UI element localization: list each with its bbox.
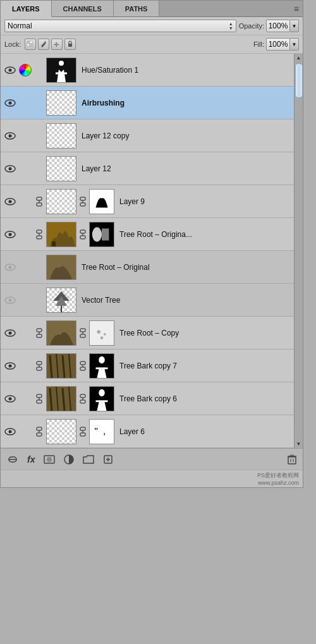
- eye-visibility[interactable]: [3, 263, 17, 272]
- layer-row[interactable]: Tree Root – Copy: [1, 317, 294, 349]
- lock-paint-btn[interactable]: [38, 39, 49, 50]
- eye-visibility[interactable]: [3, 66, 17, 75]
- eye-visibility[interactable]: [3, 361, 17, 370]
- layer-mask-thumbnail: [89, 386, 114, 411]
- layer-row[interactable]: Tree Bark copy 6: [1, 382, 294, 415]
- eye-icon: [4, 296, 16, 305]
- svg-rect-86: [80, 394, 85, 398]
- chain-link-icon: [35, 229, 44, 240]
- svg-rect-31: [37, 236, 42, 239]
- tab-layers[interactable]: LAYERS: [1, 1, 52, 17]
- eye-icon: [4, 230, 16, 239]
- eye-visibility[interactable]: [3, 427, 17, 436]
- layer-row[interactable]: Layer 9: [1, 185, 294, 218]
- lock-row: Lock: ✛: [1, 35, 303, 54]
- transparent-pixels-icon: [27, 40, 34, 48]
- chain-col[interactable]: [33, 360, 45, 372]
- layer-row[interactable]: Airbrushing: [1, 87, 294, 119]
- chain-link-icon: [35, 196, 44, 207]
- layer-row[interactable]: Vector Tree: [1, 284, 294, 317]
- scroll-arrow-down[interactable]: ▼: [295, 440, 303, 448]
- chain-col[interactable]: [33, 327, 45, 339]
- tab-channels[interactable]: CHANNELS: [52, 1, 114, 16]
- fill-arrow[interactable]: ▼: [290, 38, 299, 51]
- blend-arrow-down: ▼: [229, 26, 233, 30]
- svg-rect-25: [80, 203, 85, 206]
- svg-point-16: [9, 134, 12, 137]
- scroll-thumb[interactable]: [295, 63, 303, 98]
- svg-point-39: [92, 227, 102, 241]
- svg-rect-79: [37, 400, 42, 403]
- panel-menu-button[interactable]: ≡: [290, 1, 303, 16]
- layer-thumb-svg: [47, 387, 76, 411]
- move-icon: ✛: [53, 40, 61, 48]
- scroll-arrow-up[interactable]: ▲: [295, 54, 303, 62]
- layer-thumbnail: [46, 58, 76, 83]
- chain-link-icon: [35, 426, 44, 437]
- svg-rect-1: [30, 41, 32, 44]
- new-group-button[interactable]: [80, 454, 97, 465]
- svg-rect-53: [80, 329, 85, 332]
- chain-mid-icon: [78, 327, 87, 339]
- chain-col[interactable]: [33, 229, 45, 240]
- lock-all-btn[interactable]: [64, 39, 76, 50]
- delete-layer-button[interactable]: [285, 453, 299, 466]
- lock-transparent-btn[interactable]: [25, 39, 36, 50]
- eye-visibility[interactable]: [3, 296, 17, 305]
- layer-row[interactable]: Layer 12 copy: [1, 119, 294, 152]
- eye-visibility[interactable]: [3, 164, 17, 173]
- svg-rect-98: [80, 427, 85, 430]
- add-mask-button[interactable]: [41, 454, 58, 465]
- layer-row[interactable]: Tree Root – Original: [1, 251, 294, 284]
- opacity-input[interactable]: 100%: [266, 20, 290, 32]
- layer-name: Layer 6: [116, 427, 291, 436]
- fill-input[interactable]: 100%: [266, 38, 290, 51]
- layer-row[interactable]: Layer 12: [1, 152, 294, 185]
- eye-visibility[interactable]: [3, 394, 17, 403]
- layer-row[interactable]: Tree Bark copy 7: [1, 349, 294, 382]
- scrollbar[interactable]: ▲ ▼: [294, 54, 303, 448]
- lock-move-btn[interactable]: ✛: [51, 39, 63, 50]
- svg-point-57: [97, 330, 100, 334]
- layer-mask-thumbnail: [89, 222, 114, 247]
- chain-link-icon: [35, 327, 44, 339]
- svg-rect-97: [47, 420, 76, 444]
- layer-row[interactable]: Hue/Saturation 1: [1, 54, 294, 87]
- chain-col[interactable]: [33, 196, 45, 207]
- fx-button[interactable]: fx: [25, 453, 37, 466]
- layer-row[interactable]: Tree Root – Origina...: [1, 218, 294, 251]
- svg-point-10: [59, 61, 64, 66]
- svg-point-45: [9, 298, 12, 301]
- eye-visibility[interactable]: [3, 99, 17, 107]
- svg-text:,: ,: [103, 425, 106, 435]
- eye-visibility[interactable]: [3, 197, 17, 206]
- chain-link-icon: [35, 393, 44, 404]
- mask-thumb-svg: [90, 353, 114, 379]
- layers-list: Hue/Saturation 1 Airbr: [1, 54, 294, 448]
- fill-group: Fill: 100% ▼: [253, 38, 299, 51]
- svg-rect-30: [37, 230, 42, 233]
- chain-col[interactable]: [33, 426, 45, 437]
- lock-icon: [66, 40, 74, 48]
- new-fill-adjustment-button[interactable]: [61, 453, 76, 466]
- link-layers-button[interactable]: [4, 454, 21, 465]
- svg-rect-50: [37, 334, 42, 337]
- chain-col[interactable]: [33, 393, 45, 404]
- new-layer-button[interactable]: [100, 453, 116, 466]
- bottom-toolbar: fx: [1, 448, 303, 470]
- svg-point-42: [9, 265, 12, 269]
- layers-scroll-area: Hue/Saturation 1 Airbr: [1, 54, 303, 448]
- eye-visibility[interactable]: [3, 131, 17, 140]
- layer-row[interactable]: " , Layer 6: [1, 415, 294, 448]
- eye-visibility[interactable]: [3, 230, 17, 239]
- tab-paths[interactable]: PATHS: [114, 1, 160, 16]
- layer-name: Layer 9: [116, 197, 291, 206]
- eye-visibility[interactable]: [3, 329, 17, 337]
- svg-rect-24: [80, 197, 85, 200]
- svg-rect-94: [37, 427, 42, 430]
- svg-rect-35: [80, 230, 85, 233]
- opacity-arrow[interactable]: ▼: [290, 20, 299, 32]
- svg-rect-87: [80, 400, 85, 403]
- layer-thumb-svg: [47, 255, 76, 279]
- blend-mode-select[interactable]: Normal ▲ ▼: [4, 20, 236, 32]
